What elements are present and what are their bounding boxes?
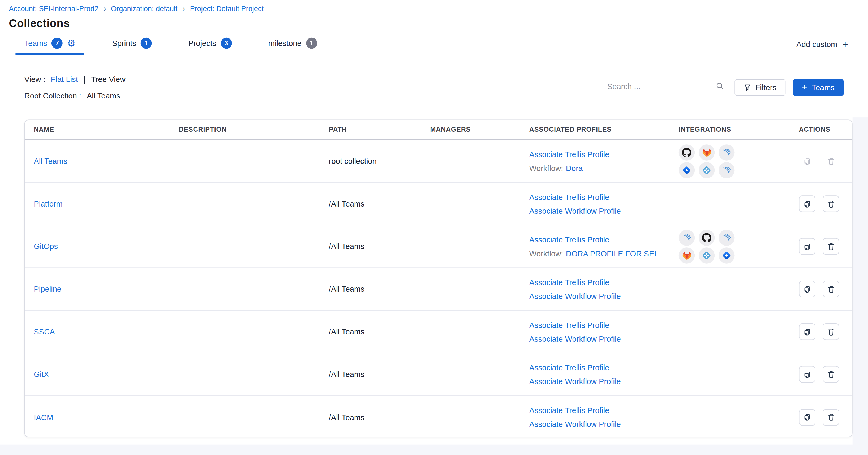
tree-view-toggle[interactable]: Tree View bbox=[91, 75, 126, 84]
associate-trellis-profile-link[interactable]: Associate Trellis Profile bbox=[529, 320, 610, 329]
workflow-label: Workflow: bbox=[529, 163, 563, 172]
integration-icon-row bbox=[679, 230, 799, 245]
integration-icon-row bbox=[679, 144, 799, 160]
delete-button[interactable] bbox=[823, 238, 839, 255]
diamond-grid-icon bbox=[699, 247, 715, 263]
integrations-cell bbox=[679, 144, 799, 178]
path-cell: root collection bbox=[329, 157, 430, 165]
table-row: SSCA /All Teams Associate Trellis Profil… bbox=[25, 311, 852, 353]
tab-milestone[interactable]: milestone 1 bbox=[259, 33, 326, 55]
profile-line: Workflow:Dora bbox=[529, 163, 679, 172]
root-collection-label: Root Collection : bbox=[24, 91, 81, 100]
divider bbox=[787, 39, 788, 49]
table-row: IACM /All Teams Associate Trellis Profil… bbox=[25, 396, 852, 437]
plus-icon: + bbox=[842, 39, 848, 49]
tab-sprints[interactable]: Sprints 1 bbox=[103, 33, 161, 55]
associated-profiles-cell: Associate Trellis ProfileAssociate Workf… bbox=[529, 320, 679, 343]
associate-trellis-profile-link[interactable]: Associate Trellis Profile bbox=[529, 150, 610, 158]
gitlab-icon bbox=[699, 144, 715, 160]
column-header-associated-profiles: ASSOCIATED PROFILES bbox=[529, 126, 679, 133]
associate-trellis-profile-link[interactable]: Associate Trellis Profile bbox=[529, 278, 610, 286]
column-header-managers: MANAGERS bbox=[430, 126, 529, 133]
diamond-grid-icon bbox=[699, 162, 715, 178]
associate-trellis-profile-link[interactable]: Associate Trellis Profile bbox=[529, 406, 610, 415]
app-viewport: Account: SEI-Internal-Prod2 › Organizati… bbox=[0, 0, 868, 455]
breadcrumb-org-link[interactable]: Organization: default bbox=[111, 4, 177, 13]
milestone-count-badge: 1 bbox=[306, 38, 317, 49]
profile-line: Associate Trellis Profile bbox=[529, 192, 679, 201]
path-cell: /All Teams bbox=[329, 200, 430, 208]
copy-button[interactable] bbox=[799, 281, 815, 297]
associate-workflow-profile-link[interactable]: Associate Workflow Profile bbox=[529, 420, 621, 428]
collection-name-link[interactable]: All Teams bbox=[34, 157, 67, 165]
collection-name-link[interactable]: GitX bbox=[34, 370, 49, 378]
associated-profiles-cell: Associate Trellis ProfileAssociate Workf… bbox=[529, 363, 679, 386]
swoosh-icon bbox=[679, 230, 695, 245]
column-header-integrations: INTEGRATIONS bbox=[679, 126, 799, 133]
breadcrumb-project-link[interactable]: Project: Default Project bbox=[190, 4, 264, 13]
integrations-cell bbox=[679, 230, 799, 263]
tab-teams[interactable]: Teams 7 ⚙ bbox=[16, 33, 85, 55]
copy-pages-icon bbox=[802, 242, 812, 251]
collection-name-link[interactable]: IACM bbox=[34, 413, 53, 422]
associated-profiles-cell: Associate Trellis ProfileAssociate Workf… bbox=[529, 278, 679, 301]
copy-button[interactable] bbox=[799, 238, 815, 255]
path-cell: /All Teams bbox=[329, 284, 430, 293]
collections-page: Account: SEI-Internal-Prod2 › Organizati… bbox=[0, 0, 868, 455]
profile-line: Associate Trellis Profile bbox=[529, 320, 679, 329]
table-row: GitOps /All Teams Associate Trellis Prof… bbox=[25, 225, 852, 268]
workflow-profile-link[interactable]: Dora bbox=[566, 163, 583, 172]
search-input[interactable] bbox=[606, 82, 712, 92]
collection-name-link[interactable]: Platform bbox=[34, 200, 63, 208]
gear-icon[interactable]: ⚙ bbox=[67, 38, 76, 48]
actions-cell bbox=[799, 153, 852, 170]
collection-name-link[interactable]: Pipeline bbox=[34, 284, 61, 293]
collections-table-card: NAME DESCRIPTION PATH MANAGERS ASSOCIATE… bbox=[24, 119, 852, 437]
filters-button[interactable]: Filters bbox=[735, 79, 785, 96]
associate-workflow-profile-link[interactable]: Associate Workflow Profile bbox=[529, 334, 621, 343]
column-header-actions: ACTIONS bbox=[799, 126, 852, 133]
column-header-name: NAME bbox=[34, 126, 179, 133]
associate-workflow-profile-link[interactable]: Associate Workflow Profile bbox=[529, 206, 621, 215]
jira-icon bbox=[679, 162, 695, 178]
copy-pages-icon bbox=[802, 327, 812, 336]
delete-button[interactable] bbox=[823, 195, 839, 212]
profile-line: Associate Workflow Profile bbox=[529, 292, 679, 300]
associate-workflow-profile-link[interactable]: Associate Workflow Profile bbox=[529, 377, 621, 386]
collection-name-link[interactable]: GitOps bbox=[34, 242, 58, 251]
copy-button[interactable] bbox=[799, 409, 815, 426]
path-cell: /All Teams bbox=[329, 327, 430, 336]
profile-line: Associate Trellis Profile bbox=[529, 406, 679, 415]
associate-trellis-profile-link[interactable]: Associate Trellis Profile bbox=[529, 192, 610, 201]
tab-milestone-label: milestone bbox=[268, 39, 302, 48]
delete-button[interactable] bbox=[823, 281, 839, 297]
copy-pages-icon bbox=[802, 199, 812, 208]
copy-button[interactable] bbox=[799, 366, 815, 383]
flat-list-toggle[interactable]: Flat List bbox=[51, 75, 78, 84]
copy-button bbox=[799, 153, 815, 170]
associate-trellis-profile-link[interactable]: Associate Trellis Profile bbox=[529, 235, 610, 244]
swoosh-icon bbox=[718, 144, 735, 160]
breadcrumb-account-link[interactable]: Account: SEI-Internal-Prod2 bbox=[9, 4, 98, 13]
tab-projects[interactable]: Projects 3 bbox=[180, 33, 241, 55]
collection-name-link[interactable]: SSCA bbox=[34, 327, 55, 336]
associate-trellis-profile-link[interactable]: Associate Trellis Profile bbox=[529, 363, 610, 372]
delete-button[interactable] bbox=[823, 323, 839, 340]
delete-button[interactable] bbox=[823, 409, 839, 426]
copy-button[interactable] bbox=[799, 323, 815, 340]
path-cell: /All Teams bbox=[329, 242, 430, 251]
workflow-profile-link[interactable]: DORA PROFILE FOR SEI bbox=[566, 249, 656, 257]
actions-cell bbox=[799, 238, 852, 255]
page-title: Collections bbox=[9, 17, 69, 30]
trash-icon bbox=[826, 199, 836, 208]
swoosh-icon bbox=[718, 230, 735, 245]
actions-cell bbox=[799, 195, 852, 212]
delete-button[interactable] bbox=[823, 366, 839, 383]
tab-projects-label: Projects bbox=[188, 39, 216, 48]
profile-line: Associate Workflow Profile bbox=[529, 420, 679, 428]
associate-workflow-profile-link[interactable]: Associate Workflow Profile bbox=[529, 292, 621, 300]
add-custom-button[interactable]: Add custom + bbox=[796, 39, 848, 49]
github-icon bbox=[699, 230, 715, 245]
add-teams-button[interactable]: + Teams bbox=[793, 79, 844, 96]
copy-button[interactable] bbox=[799, 195, 815, 212]
